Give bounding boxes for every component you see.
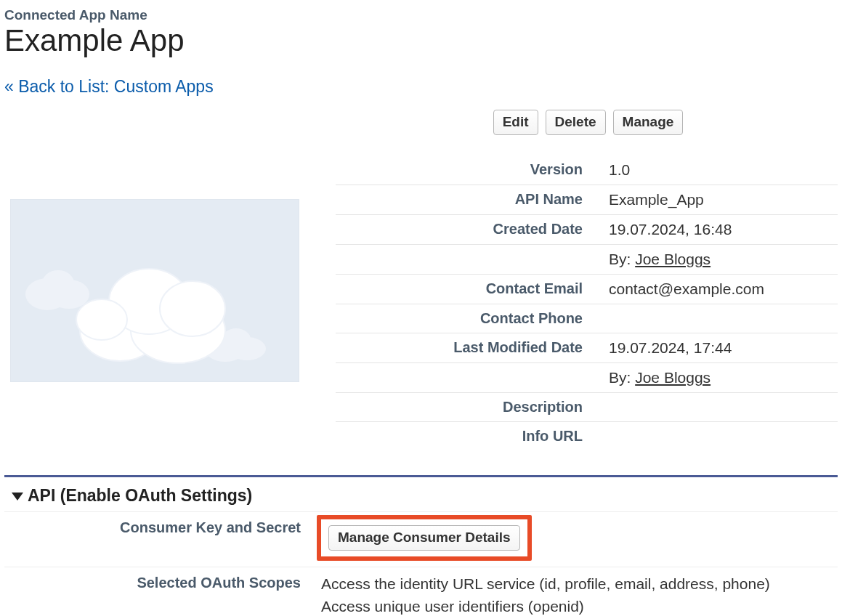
last-modified-label: Last Modified Date	[336, 333, 604, 363]
created-by-link[interactable]: Joe Bloggs	[635, 251, 711, 267]
version-label: Version	[336, 155, 604, 185]
api-name-label: API Name	[336, 185, 604, 215]
svg-point-9	[160, 281, 225, 336]
action-toolbar: Edit Delete Manage	[339, 110, 838, 135]
section-divider	[4, 475, 838, 477]
collapse-icon	[12, 493, 23, 500]
svg-point-10	[76, 299, 127, 340]
highlight-border: Manage Consumer Details	[317, 515, 532, 561]
connected-app-name-label: Connected App Name	[4, 7, 838, 23]
back-to-list-link[interactable]: « Back to List: Custom Apps	[4, 77, 214, 97]
oauth-scope-item: Access unique user identifiers (openid)	[321, 596, 833, 616]
last-modified-value: 19.07.2024, 17:44	[604, 333, 838, 363]
manage-button[interactable]: Manage	[613, 110, 684, 135]
edit-button[interactable]: Edit	[493, 110, 538, 135]
last-modified-by-prefix: By:	[609, 369, 635, 386]
contact-email-value: contact@example.com	[604, 275, 838, 304]
created-by-prefix: By:	[609, 251, 635, 267]
app-logo-placeholder	[10, 199, 299, 382]
oauth-section-header[interactable]: API (Enable OAuth Settings)	[4, 485, 838, 511]
table-row: Contact Phone	[336, 304, 838, 333]
consumer-key-label: Consumer Key and Secret	[4, 512, 317, 543]
oauth-section-title: API (Enable OAuth Settings)	[28, 486, 252, 506]
contact-phone-label: Contact Phone	[336, 304, 604, 333]
last-modified-by-value: By: Joe Bloggs	[604, 363, 838, 393]
table-row: Contact Email contact@example.com	[336, 275, 838, 304]
empty-label	[336, 245, 604, 275]
manage-consumer-details-button[interactable]: Manage Consumer Details	[328, 525, 520, 551]
app-detail-table: Version 1.0 API Name Example_App Created…	[336, 155, 838, 450]
consumer-key-row: Consumer Key and Secret Manage Consumer …	[4, 511, 838, 567]
created-by-value: By: Joe Bloggs	[604, 245, 838, 275]
created-date-value: 19.07.2024, 16:48	[604, 215, 838, 245]
cloud-icon	[62, 251, 251, 374]
contact-email-label: Contact Email	[336, 275, 604, 304]
table-row: Description	[336, 393, 838, 422]
table-row: Created Date 19.07.2024, 16:48	[336, 215, 838, 245]
table-row: By: Joe Bloggs	[336, 363, 838, 393]
table-row: Last Modified Date 19.07.2024, 17:44	[336, 333, 838, 363]
api-name-value: Example_App	[604, 185, 838, 215]
version-value: 1.0	[604, 155, 838, 185]
delete-button[interactable]: Delete	[546, 110, 606, 135]
contact-phone-value	[604, 304, 838, 333]
empty-label	[336, 363, 604, 393]
created-date-label: Created Date	[336, 215, 604, 245]
last-modified-by-link[interactable]: Joe Bloggs	[635, 369, 711, 386]
table-row: By: Joe Bloggs	[336, 245, 838, 275]
page-title: Example App	[4, 23, 838, 58]
table-row: Version 1.0	[336, 155, 838, 185]
info-url-label: Info URL	[336, 422, 604, 451]
table-row: API Name Example_App	[336, 185, 838, 215]
oauth-scope-item: Access the identity URL service (id, pro…	[321, 573, 833, 595]
description-value	[604, 393, 838, 422]
table-row: Info URL	[336, 422, 838, 451]
description-label: Description	[336, 393, 604, 422]
selected-scopes-label: Selected OAuth Scopes	[4, 567, 317, 599]
info-url-value	[604, 422, 838, 451]
selected-scopes-value: Access the identity URL service (id, pro…	[317, 567, 838, 616]
selected-scopes-row: Selected OAuth Scopes Access the identit…	[4, 567, 838, 616]
